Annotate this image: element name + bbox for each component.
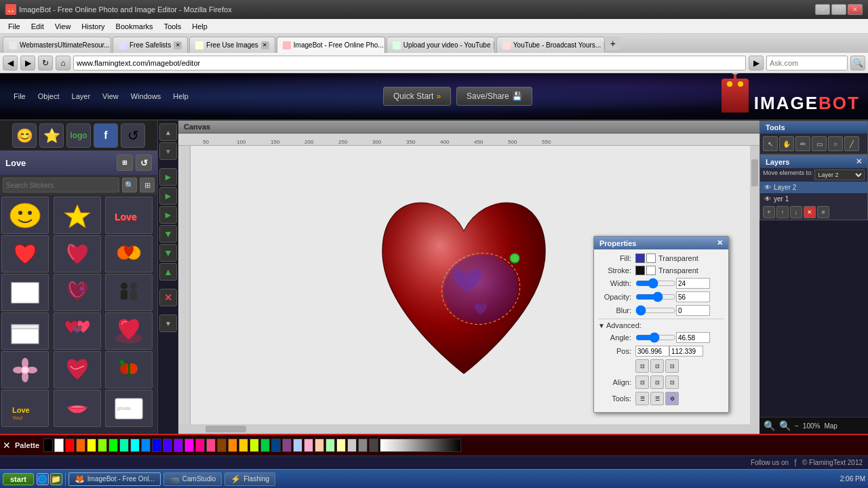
palette-swatch-rose[interactable] [206,439,216,452]
stroke-color-swatch[interactable] [635,266,645,275]
pos-y-input[interactable] [669,346,703,357]
pos-x-input[interactable] [635,346,669,357]
app-menu-file[interactable]: File [8,90,31,102]
layer-btn-1[interactable]: + [763,206,775,218]
zoom-out-button[interactable]: − [795,422,799,430]
palette-swatch-darkgray[interactable] [369,439,378,452]
app-menu-object[interactable]: Object [33,90,65,102]
palette-swatch-yellow-green[interactable] [250,439,259,452]
app-menu-view[interactable]: View [97,90,124,102]
layer-1-item[interactable]: 👁 yer 1 [760,193,867,205]
tool-rectangle[interactable]: ▭ [812,136,827,151]
palette-swatch-lightgreen[interactable] [326,439,335,452]
palette-swatch-green[interactable] [108,439,118,452]
zoom-in-icon[interactable]: 🔍 [779,420,791,431]
sticker-item[interactable] [105,312,153,350]
palette-swatch-purple[interactable] [282,439,292,452]
palette-swatch-lightgray[interactable] [347,439,357,452]
browser-menu-edit[interactable]: Edit [26,21,50,32]
tab-2[interactable]: Free Use Images ✕ [189,37,275,53]
fill-color-swatch[interactable] [635,253,645,263]
new-tab-button[interactable]: + [606,37,620,50]
back-button[interactable]: ◀ [3,56,18,70]
sticker-search-input[interactable] [3,178,119,192]
tab-0[interactable]: WebmastersUltimateResour... ✕ [3,37,111,53]
taskbar-explorer-icon[interactable]: 📁 [50,473,62,485]
sticker-item[interactable]: photo [105,390,153,427]
align-mid-left[interactable]: ⊡ [635,375,649,389]
layer-btn-5[interactable]: ≡ [817,206,829,218]
palette-swatch-white[interactable] [54,439,64,452]
sticker-item[interactable] [54,235,101,272]
tool-pencil[interactable]: ✏ [795,136,810,151]
arrow-down-2[interactable]: ▼ [159,244,177,262]
tab-4[interactable]: Upload your video - YouTube ✕ [387,37,495,53]
palette-swatch-black[interactable] [43,439,53,452]
browser-menu-history[interactable]: History [76,21,110,32]
palette-swatch-sky[interactable] [141,439,151,452]
arrow-down-1[interactable]: ▼ [159,225,177,243]
arrow-right-2[interactable]: ► [159,187,177,205]
go-button[interactable]: ▶ [749,56,764,70]
advanced-toggle[interactable]: ▼ [598,322,605,329]
palette-swatch-orange[interactable] [76,439,85,452]
sticker-icon-logo[interactable]: logo [66,123,91,148]
palette-swatch-green2[interactable] [260,439,270,452]
palette-swatch-cyan[interactable] [130,439,140,452]
palette-swatch-pink[interactable] [195,439,205,452]
fill-checkbox[interactable] [646,253,656,263]
align-top-left[interactable]: ⊡ [635,359,649,373]
browser-menu-tools[interactable]: Tools [159,21,187,32]
angle-input[interactable] [676,332,710,343]
arrow-right-1[interactable]: ► [159,168,177,186]
palette-swatch-brown[interactable] [217,439,226,452]
maximize-button[interactable]: □ [831,4,846,15]
tab-5-close[interactable]: ✕ [604,41,605,49]
palette-swatch-magenta[interactable] [184,439,194,452]
sticker-item[interactable] [54,312,101,350]
layer-move-select[interactable]: Layer 2 Layer 1 [814,169,865,180]
palette-swatch-red[interactable] [65,439,75,452]
sticker-icon-star[interactable]: ⭐ [39,123,64,148]
app-menu-windows[interactable]: Windows [125,90,167,102]
sticker-rotate-btn[interactable]: ↺ [136,155,152,171]
tab-4-close[interactable]: ✕ [493,41,494,49]
sticker-icon-fb[interactable]: f [94,123,118,148]
home-button[interactable]: ⌂ [56,56,71,70]
align-mid-center[interactable]: ⊡ [650,375,664,389]
app-menu-layer[interactable]: Layer [66,90,96,102]
quick-start-button[interactable]: Quick Start » [383,87,451,106]
palette-swatch-gold[interactable] [239,439,248,452]
arrow-down-small[interactable]: ▼ [159,314,177,332]
palette-swatch-teal[interactable] [119,439,129,452]
palette-swatch-lime[interactable] [98,439,107,452]
canvas-scrollbar-horizontal[interactable] [178,424,760,434]
tool-align-2[interactable]: ☰ [650,392,664,405]
layer-btn-2[interactable]: ↑ [776,206,789,218]
stroke-checkbox[interactable] [646,266,656,275]
reload-button[interactable]: ↻ [38,56,53,70]
palette-swatch-violet[interactable] [174,439,183,452]
sticker-item[interactable] [1,312,49,350]
start-button[interactable]: start [3,473,34,485]
sticker-item[interactable] [105,274,153,311]
taskbar-imagebot[interactable]: 🦊 ImageBot - Free Onl... [68,472,161,486]
width-input[interactable] [676,278,710,289]
align-mid-right[interactable]: ⊡ [665,375,679,389]
sticker-item[interactable] [105,235,153,272]
forward-button[interactable]: ▶ [20,56,35,70]
sticker-item[interactable] [105,351,153,388]
palette-swatch-lightpink[interactable] [304,439,313,452]
layer-btn-3[interactable]: ↓ [790,206,802,218]
search-bar[interactable] [766,56,848,70]
close-button[interactable]: ✕ [848,4,863,15]
tool-align-3[interactable]: ⚙ [665,392,679,405]
minimize-button[interactable]: ─ [815,4,830,15]
layer-btn-delete[interactable]: ✕ [804,206,816,218]
palette-swatch-gray[interactable] [358,439,368,452]
tab-2-close[interactable]: ✕ [261,41,269,49]
sticker-scroll-up[interactable]: ▲ [159,123,177,141]
address-bar[interactable] [73,56,746,70]
blur-input[interactable] [676,305,710,316]
social-icon-fb[interactable]: f [794,458,797,468]
